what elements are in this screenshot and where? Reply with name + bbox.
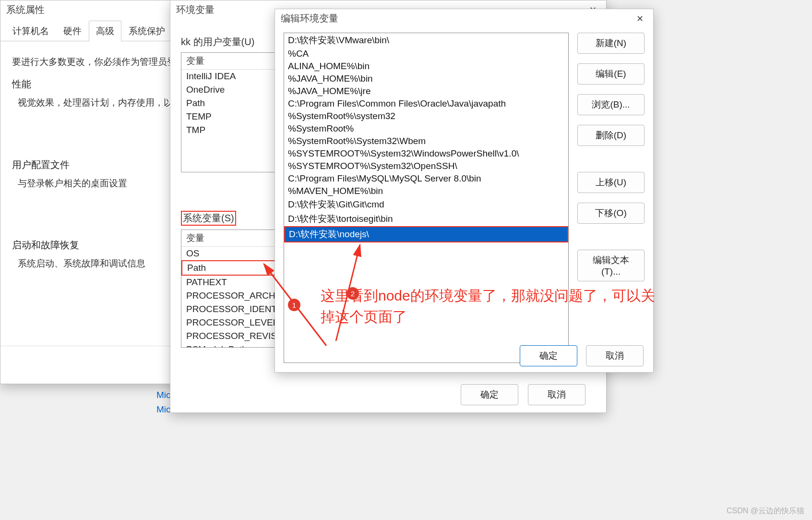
path-item[interactable]: %SystemRoot% [284, 122, 568, 135]
annotation-text: 这里看到node的环境变量了，那就没问题了，可以关掉这个页面了 [321, 285, 657, 327]
tab-computer-name[interactable]: 计算机名 [5, 21, 56, 41]
tab-system-protection[interactable]: 系统保护 [121, 21, 172, 41]
path-item[interactable]: ALINA_HOME%\bin [284, 60, 568, 73]
path-item[interactable]: %JAVA_HOME%\jre [284, 85, 568, 97]
dialog-title: 系统属性 [6, 3, 45, 16]
cancel-button[interactable]: 取消 [528, 384, 585, 405]
delete-button[interactable]: 删除(D) [577, 125, 645, 146]
path-item[interactable]: %JAVA_HOME%\bin [284, 73, 568, 85]
move-up-button[interactable]: 上移(U) [577, 172, 645, 193]
path-item[interactable]: D:\软件安装\tortoisegit\bin [284, 212, 568, 226]
annotation-badge-2: 2 [346, 287, 359, 300]
move-down-button[interactable]: 下移(O) [577, 203, 645, 224]
path-item[interactable]: %SYSTEMROOT%\System32\WindowsPowerShell\… [284, 147, 568, 160]
path-item[interactable]: %SystemRoot%\System32\Wbem [284, 135, 568, 147]
watermark: CSDN @云边的快乐猫 [727, 506, 804, 516]
ok-button[interactable]: 确定 [520, 345, 577, 366]
path-item-nodejs[interactable]: D:\软件安装\nodejs\ [284, 226, 568, 242]
annotation-badge-1: 1 [288, 299, 300, 311]
dialog-title: 环境变量 [176, 3, 215, 16]
path-item[interactable]: %SYSTEMROOT%\System32\OpenSSH\ [284, 160, 568, 172]
path-item[interactable]: %SystemRoot%\system32 [284, 110, 568, 122]
tab-advanced[interactable]: 高级 [89, 21, 121, 41]
cancel-button[interactable]: 取消 [586, 345, 644, 366]
browse-button[interactable]: 浏览(B)... [577, 94, 645, 115]
path-item[interactable]: D:\软件安装\VMware\bin\ [284, 33, 568, 48]
tab-hardware[interactable]: 硬件 [56, 21, 89, 41]
path-item[interactable]: %MAVEN_HOME%\bin [284, 185, 568, 197]
edit-text-button[interactable]: 编辑文本(T)... [577, 250, 645, 281]
path-item[interactable]: %CA [284, 48, 568, 60]
system-vars-label: 系统变量(S) [181, 211, 236, 226]
background-links: Mic Mic [156, 388, 171, 417]
dialog-title: 编辑环境变量 [281, 12, 338, 25]
dialog-footer: 确定 取消 [520, 345, 644, 366]
ok-button[interactable]: 确定 [461, 384, 518, 405]
title-bar: 编辑环境变量 ✕ [275, 9, 653, 29]
path-item[interactable]: C:\Program Files\Common Files\Oracle\Jav… [284, 97, 568, 110]
close-icon[interactable]: ✕ [633, 12, 647, 25]
new-button[interactable]: 新建(N) [577, 33, 645, 54]
edit-button[interactable]: 编辑(E) [577, 63, 645, 85]
user-vars-label: kk 的用户变量(U) [181, 36, 254, 48]
path-item[interactable]: D:\软件安装\Git\Git\cmd [284, 197, 568, 212]
env-vars-footer: 确定 取消 [461, 384, 585, 405]
path-item[interactable]: C:\Program Files\MySQL\MySQL Server 8.0\… [284, 172, 568, 185]
